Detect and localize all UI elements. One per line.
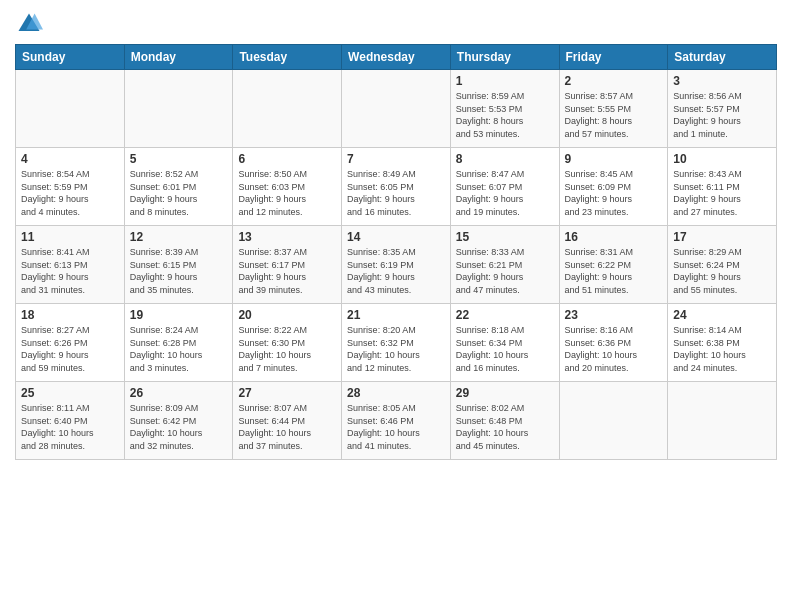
day-info: Sunrise: 8:07 AM Sunset: 6:44 PM Dayligh… — [238, 402, 336, 452]
day-info: Sunrise: 8:47 AM Sunset: 6:07 PM Dayligh… — [456, 168, 554, 218]
day-number: 25 — [21, 386, 119, 400]
day-number: 24 — [673, 308, 771, 322]
day-cell: 20Sunrise: 8:22 AM Sunset: 6:30 PM Dayli… — [233, 304, 342, 382]
day-info: Sunrise: 8:37 AM Sunset: 6:17 PM Dayligh… — [238, 246, 336, 296]
day-info: Sunrise: 8:33 AM Sunset: 6:21 PM Dayligh… — [456, 246, 554, 296]
day-info: Sunrise: 8:50 AM Sunset: 6:03 PM Dayligh… — [238, 168, 336, 218]
day-number: 16 — [565, 230, 663, 244]
header-cell-tuesday: Tuesday — [233, 45, 342, 70]
day-info: Sunrise: 8:31 AM Sunset: 6:22 PM Dayligh… — [565, 246, 663, 296]
day-info: Sunrise: 8:11 AM Sunset: 6:40 PM Dayligh… — [21, 402, 119, 452]
day-cell: 28Sunrise: 8:05 AM Sunset: 6:46 PM Dayli… — [342, 382, 451, 460]
day-cell: 23Sunrise: 8:16 AM Sunset: 6:36 PM Dayli… — [559, 304, 668, 382]
day-info: Sunrise: 8:05 AM Sunset: 6:46 PM Dayligh… — [347, 402, 445, 452]
day-cell: 8Sunrise: 8:47 AM Sunset: 6:07 PM Daylig… — [450, 148, 559, 226]
day-number: 1 — [456, 74, 554, 88]
day-cell: 19Sunrise: 8:24 AM Sunset: 6:28 PM Dayli… — [124, 304, 233, 382]
header-row: SundayMondayTuesdayWednesdayThursdayFrid… — [16, 45, 777, 70]
day-info: Sunrise: 8:02 AM Sunset: 6:48 PM Dayligh… — [456, 402, 554, 452]
day-number: 3 — [673, 74, 771, 88]
day-number: 14 — [347, 230, 445, 244]
day-info: Sunrise: 8:45 AM Sunset: 6:09 PM Dayligh… — [565, 168, 663, 218]
day-number: 26 — [130, 386, 228, 400]
header-cell-monday: Monday — [124, 45, 233, 70]
day-cell: 5Sunrise: 8:52 AM Sunset: 6:01 PM Daylig… — [124, 148, 233, 226]
day-info: Sunrise: 8:22 AM Sunset: 6:30 PM Dayligh… — [238, 324, 336, 374]
day-info: Sunrise: 8:57 AM Sunset: 5:55 PM Dayligh… — [565, 90, 663, 140]
day-cell: 14Sunrise: 8:35 AM Sunset: 6:19 PM Dayli… — [342, 226, 451, 304]
day-cell: 7Sunrise: 8:49 AM Sunset: 6:05 PM Daylig… — [342, 148, 451, 226]
header — [15, 10, 777, 38]
header-cell-friday: Friday — [559, 45, 668, 70]
day-info: Sunrise: 8:24 AM Sunset: 6:28 PM Dayligh… — [130, 324, 228, 374]
week-row-1: 4Sunrise: 8:54 AM Sunset: 5:59 PM Daylig… — [16, 148, 777, 226]
day-number: 29 — [456, 386, 554, 400]
day-number: 17 — [673, 230, 771, 244]
day-cell: 1Sunrise: 8:59 AM Sunset: 5:53 PM Daylig… — [450, 70, 559, 148]
day-cell: 16Sunrise: 8:31 AM Sunset: 6:22 PM Dayli… — [559, 226, 668, 304]
day-info: Sunrise: 8:59 AM Sunset: 5:53 PM Dayligh… — [456, 90, 554, 140]
day-cell: 12Sunrise: 8:39 AM Sunset: 6:15 PM Dayli… — [124, 226, 233, 304]
day-number: 2 — [565, 74, 663, 88]
day-cell — [342, 70, 451, 148]
day-cell — [559, 382, 668, 460]
header-cell-sunday: Sunday — [16, 45, 125, 70]
day-number: 13 — [238, 230, 336, 244]
day-info: Sunrise: 8:56 AM Sunset: 5:57 PM Dayligh… — [673, 90, 771, 140]
day-number: 22 — [456, 308, 554, 322]
day-info: Sunrise: 8:54 AM Sunset: 5:59 PM Dayligh… — [21, 168, 119, 218]
day-info: Sunrise: 8:20 AM Sunset: 6:32 PM Dayligh… — [347, 324, 445, 374]
week-row-3: 18Sunrise: 8:27 AM Sunset: 6:26 PM Dayli… — [16, 304, 777, 382]
day-cell: 25Sunrise: 8:11 AM Sunset: 6:40 PM Dayli… — [16, 382, 125, 460]
day-cell: 17Sunrise: 8:29 AM Sunset: 6:24 PM Dayli… — [668, 226, 777, 304]
day-info: Sunrise: 8:29 AM Sunset: 6:24 PM Dayligh… — [673, 246, 771, 296]
day-info: Sunrise: 8:49 AM Sunset: 6:05 PM Dayligh… — [347, 168, 445, 218]
header-cell-saturday: Saturday — [668, 45, 777, 70]
day-info: Sunrise: 8:52 AM Sunset: 6:01 PM Dayligh… — [130, 168, 228, 218]
day-number: 4 — [21, 152, 119, 166]
day-number: 23 — [565, 308, 663, 322]
calendar-header: SundayMondayTuesdayWednesdayThursdayFrid… — [16, 45, 777, 70]
header-cell-thursday: Thursday — [450, 45, 559, 70]
day-cell: 26Sunrise: 8:09 AM Sunset: 6:42 PM Dayli… — [124, 382, 233, 460]
day-number: 10 — [673, 152, 771, 166]
week-row-2: 11Sunrise: 8:41 AM Sunset: 6:13 PM Dayli… — [16, 226, 777, 304]
day-cell: 18Sunrise: 8:27 AM Sunset: 6:26 PM Dayli… — [16, 304, 125, 382]
header-cell-wednesday: Wednesday — [342, 45, 451, 70]
day-cell: 24Sunrise: 8:14 AM Sunset: 6:38 PM Dayli… — [668, 304, 777, 382]
day-cell — [233, 70, 342, 148]
day-number: 7 — [347, 152, 445, 166]
day-cell: 27Sunrise: 8:07 AM Sunset: 6:44 PM Dayli… — [233, 382, 342, 460]
calendar-table: SundayMondayTuesdayWednesdayThursdayFrid… — [15, 44, 777, 460]
day-cell — [668, 382, 777, 460]
day-number: 6 — [238, 152, 336, 166]
week-row-0: 1Sunrise: 8:59 AM Sunset: 5:53 PM Daylig… — [16, 70, 777, 148]
day-cell: 9Sunrise: 8:45 AM Sunset: 6:09 PM Daylig… — [559, 148, 668, 226]
day-cell: 15Sunrise: 8:33 AM Sunset: 6:21 PM Dayli… — [450, 226, 559, 304]
day-cell: 4Sunrise: 8:54 AM Sunset: 5:59 PM Daylig… — [16, 148, 125, 226]
day-info: Sunrise: 8:14 AM Sunset: 6:38 PM Dayligh… — [673, 324, 771, 374]
logo-icon — [15, 10, 43, 38]
logo — [15, 10, 47, 38]
day-number: 15 — [456, 230, 554, 244]
day-cell: 6Sunrise: 8:50 AM Sunset: 6:03 PM Daylig… — [233, 148, 342, 226]
day-number: 20 — [238, 308, 336, 322]
day-cell: 21Sunrise: 8:20 AM Sunset: 6:32 PM Dayli… — [342, 304, 451, 382]
day-cell: 22Sunrise: 8:18 AM Sunset: 6:34 PM Dayli… — [450, 304, 559, 382]
day-number: 11 — [21, 230, 119, 244]
day-info: Sunrise: 8:18 AM Sunset: 6:34 PM Dayligh… — [456, 324, 554, 374]
day-number: 18 — [21, 308, 119, 322]
day-number: 8 — [456, 152, 554, 166]
day-info: Sunrise: 8:41 AM Sunset: 6:13 PM Dayligh… — [21, 246, 119, 296]
day-cell: 13Sunrise: 8:37 AM Sunset: 6:17 PM Dayli… — [233, 226, 342, 304]
day-info: Sunrise: 8:35 AM Sunset: 6:19 PM Dayligh… — [347, 246, 445, 296]
day-info: Sunrise: 8:39 AM Sunset: 6:15 PM Dayligh… — [130, 246, 228, 296]
page-container: SundayMondayTuesdayWednesdayThursdayFrid… — [0, 0, 792, 465]
day-cell: 10Sunrise: 8:43 AM Sunset: 6:11 PM Dayli… — [668, 148, 777, 226]
day-number: 27 — [238, 386, 336, 400]
day-number: 21 — [347, 308, 445, 322]
day-number: 19 — [130, 308, 228, 322]
day-number: 9 — [565, 152, 663, 166]
day-cell: 29Sunrise: 8:02 AM Sunset: 6:48 PM Dayli… — [450, 382, 559, 460]
day-cell — [16, 70, 125, 148]
